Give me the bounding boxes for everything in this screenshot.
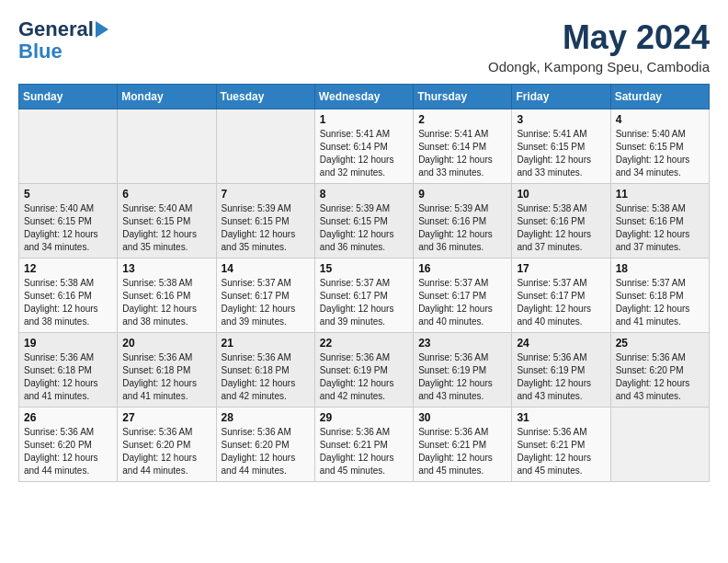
day-number: 17 [517,262,605,275]
day-number: 2 [418,113,506,126]
day-info: Sunrise: 5:37 AM Sunset: 6:17 PM Dayligh… [320,277,408,328]
calendar-day-7: 7Sunrise: 5:39 AM Sunset: 6:15 PM Daylig… [216,184,314,259]
day-info: Sunrise: 5:41 AM Sunset: 6:15 PM Dayligh… [517,128,605,179]
day-number: 24 [517,337,605,350]
calendar-header-row: SundayMondayTuesdayWednesdayThursdayFrid… [19,85,710,109]
calendar-week-row: 19Sunrise: 5:36 AM Sunset: 6:18 PM Dayli… [19,333,710,408]
calendar-day-3: 3Sunrise: 5:41 AM Sunset: 6:15 PM Daylig… [512,109,610,184]
day-info: Sunrise: 5:37 AM Sunset: 6:18 PM Dayligh… [616,277,704,328]
calendar-day-28: 28Sunrise: 5:36 AM Sunset: 6:20 PM Dayli… [216,408,314,482]
day-info: Sunrise: 5:40 AM Sunset: 6:15 PM Dayligh… [616,128,704,179]
calendar-day-21: 21Sunrise: 5:36 AM Sunset: 6:18 PM Dayli… [216,333,314,408]
day-info: Sunrise: 5:41 AM Sunset: 6:14 PM Dayligh… [418,128,506,179]
calendar-day-1: 1Sunrise: 5:41 AM Sunset: 6:14 PM Daylig… [314,109,413,184]
calendar-table: SundayMondayTuesdayWednesdayThursdayFrid… [18,84,710,482]
calendar-day-6: 6Sunrise: 5:40 AM Sunset: 6:15 PM Daylig… [118,184,216,259]
calendar-week-row: 5Sunrise: 5:40 AM Sunset: 6:15 PM Daylig… [19,184,710,259]
day-number: 28 [222,411,310,424]
logo: General Blue [18,18,108,63]
logo-blue: Blue [18,40,63,63]
calendar-empty-cell [19,109,118,184]
calendar-day-5: 5Sunrise: 5:40 AM Sunset: 6:15 PM Daylig… [19,184,118,259]
title-block: May 2024 Odongk, Kampong Speu, Cambodia [488,18,710,75]
day-number: 23 [418,337,506,350]
day-number: 9 [418,188,506,201]
day-info: Sunrise: 5:36 AM Sunset: 6:19 PM Dayligh… [320,351,408,403]
calendar-day-14: 14Sunrise: 5:37 AM Sunset: 6:17 PM Dayli… [216,259,314,333]
calendar-day-4: 4Sunrise: 5:40 AM Sunset: 6:15 PM Daylig… [610,109,709,184]
calendar-day-11: 11Sunrise: 5:38 AM Sunset: 6:16 PM Dayli… [610,184,709,259]
day-info: Sunrise: 5:38 AM Sunset: 6:16 PM Dayligh… [517,202,605,254]
calendar-day-10: 10Sunrise: 5:38 AM Sunset: 6:16 PM Dayli… [512,184,610,259]
day-number: 30 [418,411,506,424]
day-number: 19 [24,337,112,350]
calendar-day-15: 15Sunrise: 5:37 AM Sunset: 6:17 PM Dayli… [314,259,413,333]
day-number: 16 [418,262,506,275]
day-info: Sunrise: 5:38 AM Sunset: 6:16 PM Dayligh… [616,202,704,254]
weekday-header-monday: Monday [118,85,216,109]
day-info: Sunrise: 5:36 AM Sunset: 6:20 PM Dayligh… [616,351,704,403]
calendar-week-row: 12Sunrise: 5:38 AM Sunset: 6:16 PM Dayli… [19,259,710,333]
weekday-header-tuesday: Tuesday [216,85,314,109]
day-info: Sunrise: 5:38 AM Sunset: 6:16 PM Dayligh… [122,277,210,328]
day-info: Sunrise: 5:38 AM Sunset: 6:16 PM Dayligh… [24,277,112,328]
calendar-day-13: 13Sunrise: 5:38 AM Sunset: 6:16 PM Dayli… [118,259,216,333]
day-info: Sunrise: 5:37 AM Sunset: 6:17 PM Dayligh… [222,277,310,328]
day-info: Sunrise: 5:37 AM Sunset: 6:17 PM Dayligh… [517,277,605,328]
weekday-header-wednesday: Wednesday [314,85,413,109]
calendar-day-12: 12Sunrise: 5:38 AM Sunset: 6:16 PM Dayli… [19,259,118,333]
day-info: Sunrise: 5:36 AM Sunset: 6:20 PM Dayligh… [24,426,112,477]
day-number: 20 [122,337,210,350]
day-info: Sunrise: 5:40 AM Sunset: 6:15 PM Dayligh… [122,202,210,254]
day-number: 12 [24,262,112,275]
calendar-day-20: 20Sunrise: 5:36 AM Sunset: 6:18 PM Dayli… [118,333,216,408]
calendar-empty-cell [118,109,216,184]
weekday-header-thursday: Thursday [414,85,512,109]
day-info: Sunrise: 5:40 AM Sunset: 6:15 PM Dayligh… [24,202,112,254]
day-info: Sunrise: 5:36 AM Sunset: 6:19 PM Dayligh… [517,351,605,403]
day-info: Sunrise: 5:36 AM Sunset: 6:18 PM Dayligh… [222,351,310,403]
day-number: 26 [24,411,112,424]
day-info: Sunrise: 5:41 AM Sunset: 6:14 PM Dayligh… [320,128,408,179]
day-info: Sunrise: 5:36 AM Sunset: 6:18 PM Dayligh… [122,351,210,403]
day-number: 4 [616,113,704,126]
day-number: 11 [616,188,704,201]
day-number: 14 [222,262,310,275]
day-number: 31 [517,411,605,424]
calendar-week-row: 1Sunrise: 5:41 AM Sunset: 6:14 PM Daylig… [19,109,710,184]
day-info: Sunrise: 5:36 AM Sunset: 6:19 PM Dayligh… [418,351,506,403]
calendar-day-30: 30Sunrise: 5:36 AM Sunset: 6:21 PM Dayli… [414,408,512,482]
day-info: Sunrise: 5:39 AM Sunset: 6:15 PM Dayligh… [222,202,310,254]
day-number: 7 [222,188,310,201]
calendar-day-17: 17Sunrise: 5:37 AM Sunset: 6:17 PM Dayli… [512,259,610,333]
day-number: 1 [320,113,408,126]
day-info: Sunrise: 5:36 AM Sunset: 6:20 PM Dayligh… [222,426,310,477]
logo-general: General [18,18,94,40]
calendar-empty-cell [216,109,314,184]
day-info: Sunrise: 5:36 AM Sunset: 6:21 PM Dayligh… [517,426,605,477]
day-number: 15 [320,262,408,275]
weekday-header-friday: Friday [512,85,610,109]
calendar-day-18: 18Sunrise: 5:37 AM Sunset: 6:18 PM Dayli… [610,259,709,333]
calendar-day-27: 27Sunrise: 5:36 AM Sunset: 6:20 PM Dayli… [118,408,216,482]
calendar-day-16: 16Sunrise: 5:37 AM Sunset: 6:17 PM Dayli… [414,259,512,333]
day-number: 3 [517,113,605,126]
day-number: 29 [320,411,408,424]
weekday-header-saturday: Saturday [610,85,709,109]
day-number: 21 [222,337,310,350]
page-header: General Blue May 2024 Odongk, Kampong Sp… [18,18,710,75]
day-info: Sunrise: 5:37 AM Sunset: 6:17 PM Dayligh… [418,277,506,328]
location-title: Odongk, Kampong Speu, Cambodia [488,59,710,75]
calendar-day-29: 29Sunrise: 5:36 AM Sunset: 6:21 PM Dayli… [314,408,413,482]
day-info: Sunrise: 5:36 AM Sunset: 6:20 PM Dayligh… [122,426,210,477]
calendar-day-2: 2Sunrise: 5:41 AM Sunset: 6:14 PM Daylig… [414,109,512,184]
day-info: Sunrise: 5:36 AM Sunset: 6:21 PM Dayligh… [418,426,506,477]
day-number: 25 [616,337,704,350]
calendar-day-22: 22Sunrise: 5:36 AM Sunset: 6:19 PM Dayli… [314,333,413,408]
weekday-header-sunday: Sunday [19,85,118,109]
calendar-week-row: 26Sunrise: 5:36 AM Sunset: 6:20 PM Dayli… [19,408,710,482]
calendar-day-23: 23Sunrise: 5:36 AM Sunset: 6:19 PM Dayli… [414,333,512,408]
day-number: 5 [24,188,112,201]
calendar-empty-cell [610,408,709,482]
calendar-day-24: 24Sunrise: 5:36 AM Sunset: 6:19 PM Dayli… [512,333,610,408]
